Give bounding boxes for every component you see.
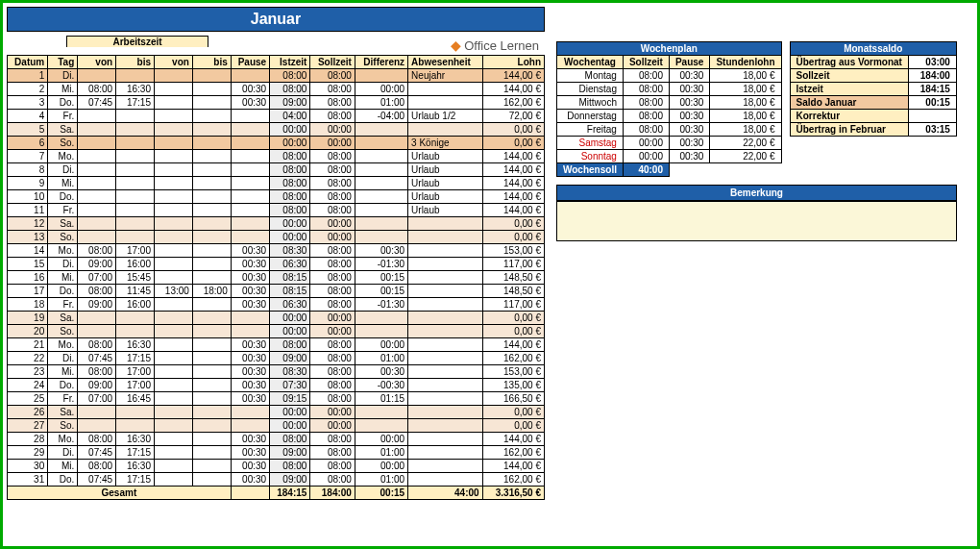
table-row[interactable]: 21Mo.08:0016:3000:3008:0008:0000:00144,0… [8, 338, 545, 352]
cell[interactable]: 09:00 [270, 446, 310, 460]
cell[interactable]: 00:00 [310, 123, 355, 137]
cell[interactable]: 7 [8, 150, 48, 163]
cell[interactable]: 08:00 [310, 338, 355, 352]
cell[interactable]: 148,50 € [482, 271, 544, 285]
cell[interactable] [192, 137, 231, 150]
cell[interactable]: 17:15 [116, 473, 155, 487]
cell[interactable]: 06:30 [270, 298, 310, 312]
cell[interactable] [192, 244, 231, 258]
cell[interactable]: 08:00 [270, 190, 310, 204]
table-row[interactable]: 22Di.07:4517:1500:3009:0008:0001:00162,0… [8, 352, 545, 365]
cell[interactable]: Mi. [48, 177, 78, 190]
cell[interactable]: 00:30 [669, 69, 709, 83]
cell[interactable]: 29 [8, 446, 48, 460]
cell[interactable] [192, 392, 231, 406]
cell[interactable]: 00:00 [270, 231, 310, 244]
cell[interactable]: 16:30 [116, 433, 155, 446]
cell[interactable]: 27 [8, 419, 48, 433]
cell[interactable] [355, 406, 407, 419]
cell[interactable]: 25 [8, 392, 48, 406]
cell[interactable]: 00:30 [231, 460, 269, 473]
cell[interactable] [116, 123, 155, 137]
cell[interactable]: 0,00 € [482, 406, 544, 419]
cell[interactable]: 162,00 € [482, 473, 544, 487]
cell[interactable]: 06:30 [270, 258, 310, 271]
cell[interactable] [355, 325, 407, 338]
cell[interactable]: 00:30 [669, 150, 709, 163]
table-row[interactable]: 31Do.07:4517:1500:3009:0008:0001:00162,0… [8, 473, 545, 487]
cell[interactable]: Urlaub [408, 204, 483, 217]
table-row[interactable]: 3Do.07:4517:1500:3009:0008:0001:00162,00… [8, 96, 545, 110]
cell[interactable]: 09:15 [270, 392, 310, 406]
cell[interactable] [78, 217, 116, 231]
cell[interactable] [192, 190, 231, 204]
cell[interactable]: 0,00 € [482, 123, 544, 137]
cell[interactable]: 16:30 [116, 460, 155, 473]
wochenplan-table[interactable]: Wochenplan Wochentag Sollzeit Pause Stun… [556, 41, 782, 177]
table-row[interactable]: 25Fr.07:0016:4500:3009:1508:0001:15166,5… [8, 392, 545, 406]
wochenplan-row[interactable]: Mittwoch08:0000:3018,00 € [557, 96, 782, 110]
cell[interactable]: Di. [48, 258, 78, 271]
value[interactable]: 03:15 [908, 123, 956, 137]
cell[interactable] [355, 231, 407, 244]
table-row[interactable]: 9Mi.08:0008:00Urlaub144,00 € [8, 177, 545, 190]
cell[interactable]: Urlaub 1/2 [408, 110, 483, 123]
cell[interactable]: So. [48, 231, 78, 244]
cell[interactable]: 18,00 € [710, 123, 781, 137]
cell[interactable] [155, 231, 193, 244]
cell[interactable] [231, 69, 269, 83]
cell[interactable]: 07:45 [78, 352, 116, 365]
cell[interactable]: 148,50 € [482, 285, 544, 298]
cell[interactable]: 17:15 [116, 352, 155, 365]
table-row[interactable]: 12Sa.00:0000:000,00 € [8, 217, 545, 231]
cell[interactable]: 08:00 [310, 298, 355, 312]
cell[interactable]: Urlaub [408, 190, 483, 204]
cell[interactable]: 00:30 [231, 365, 269, 379]
cell[interactable]: 08:00 [310, 83, 355, 96]
cell[interactable]: 00:00 [623, 150, 669, 163]
cell[interactable] [192, 258, 231, 271]
cell[interactable]: 2 [8, 83, 48, 96]
cell[interactable]: 08:30 [270, 244, 310, 258]
cell[interactable]: 01:15 [355, 392, 407, 406]
cell[interactable]: 00:00 [623, 137, 669, 150]
cell[interactable]: 09:00 [270, 96, 310, 110]
cell[interactable]: 00:00 [310, 312, 355, 325]
table-row[interactable]: 2Mi.08:0016:3000:3008:0008:0000:00144,00… [8, 83, 545, 96]
table-row[interactable]: 30Mi.08:0016:3000:3008:0008:0000:00144,0… [8, 460, 545, 473]
cell[interactable]: 09:00 [78, 298, 116, 312]
cell[interactable]: 135,00 € [482, 379, 544, 392]
cell[interactable]: Do. [48, 379, 78, 392]
cell[interactable] [192, 379, 231, 392]
cell[interactable] [192, 446, 231, 460]
cell[interactable]: 16:30 [116, 338, 155, 352]
cell[interactable] [408, 217, 483, 231]
cell[interactable]: 9 [8, 177, 48, 190]
cell[interactable]: 01:00 [355, 96, 407, 110]
cell[interactable]: -01:30 [355, 298, 407, 312]
cell[interactable]: 00:15 [355, 285, 407, 298]
cell[interactable]: Neujahr [408, 69, 483, 83]
cell[interactable] [408, 392, 483, 406]
cell[interactable] [408, 271, 483, 285]
cell[interactable] [155, 365, 193, 379]
cell[interactable]: 17:00 [116, 379, 155, 392]
cell[interactable]: 08:00 [310, 433, 355, 446]
cell[interactable] [355, 123, 407, 137]
cell[interactable] [231, 325, 269, 338]
cell[interactable]: Urlaub [408, 163, 483, 177]
cell[interactable] [155, 473, 193, 487]
cell[interactable]: 09:00 [270, 352, 310, 365]
cell[interactable] [192, 338, 231, 352]
table-row[interactable]: 26Sa.00:0000:000,00 € [8, 406, 545, 419]
value[interactable]: 184:00 [908, 69, 956, 83]
wochenplan-row[interactable]: Freitag08:0000:3018,00 € [557, 123, 782, 137]
cell[interactable] [231, 231, 269, 244]
cell[interactable]: 08:00 [310, 96, 355, 110]
cell[interactable] [78, 312, 116, 325]
cell[interactable]: 01:00 [355, 473, 407, 487]
cell[interactable] [192, 110, 231, 123]
cell[interactable]: 15 [8, 258, 48, 271]
cell[interactable]: -01:30 [355, 258, 407, 271]
cell[interactable]: 0,00 € [482, 325, 544, 338]
